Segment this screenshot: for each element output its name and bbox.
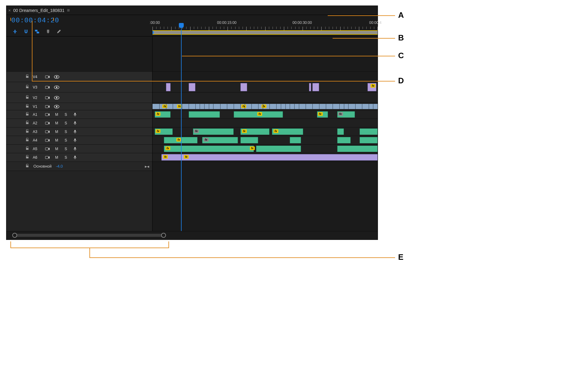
solo-button[interactable]: S bbox=[63, 121, 69, 125]
lane-a6[interactable]: fx fx bbox=[153, 153, 378, 162]
linked-selection-icon[interactable] bbox=[34, 28, 40, 35]
snap-icon[interactable] bbox=[23, 28, 29, 35]
solo-button[interactable]: S bbox=[63, 112, 69, 117]
lane-v2[interactable] bbox=[153, 93, 378, 103]
voiceover-record-icon[interactable] bbox=[72, 147, 78, 151]
track-header-v2[interactable]: V2 bbox=[6, 93, 152, 103]
mute-button[interactable]: M bbox=[54, 155, 60, 160]
mute-button[interactable]: M bbox=[54, 112, 60, 117]
lock-icon[interactable] bbox=[25, 121, 30, 125]
solo-button[interactable]: S bbox=[63, 130, 69, 134]
sync-lock-icon[interactable] bbox=[44, 156, 51, 159]
zoom-scrollbar-track[interactable] bbox=[13, 234, 166, 237]
audio-clip[interactable] bbox=[240, 137, 258, 143]
mute-button[interactable]: M bbox=[54, 147, 60, 151]
audio-clip[interactable]: fx bbox=[240, 128, 270, 135]
audio-clip[interactable] bbox=[337, 146, 378, 152]
lock-icon[interactable] bbox=[25, 74, 30, 79]
lock-icon[interactable] bbox=[25, 164, 29, 169]
sync-lock-icon[interactable] bbox=[44, 113, 51, 116]
audio-clip[interactable]: fx bbox=[234, 111, 283, 118]
toggle-track-output-icon[interactable] bbox=[54, 105, 60, 108]
audio-clip[interactable] bbox=[290, 137, 301, 143]
voiceover-record-icon[interactable] bbox=[72, 112, 78, 117]
audio-clip[interactable]: fx bbox=[317, 111, 328, 118]
master-gain-value[interactable]: -4.0 bbox=[56, 164, 63, 169]
v1-main-track[interactable]: fx fx fx fx bbox=[153, 104, 378, 109]
master-meter-icon[interactable]: ▸◂ bbox=[145, 164, 149, 169]
solo-button[interactable]: S bbox=[63, 138, 69, 142]
audio-clip[interactable] bbox=[256, 146, 301, 152]
music-clip[interactable]: fx fx bbox=[161, 154, 378, 161]
marker-icon[interactable] bbox=[45, 28, 51, 35]
lane-a2[interactable] bbox=[153, 119, 378, 127]
audio-clip[interactable] bbox=[360, 137, 378, 143]
audio-clip[interactable]: fx bbox=[337, 111, 355, 118]
solo-button[interactable]: S bbox=[63, 147, 69, 151]
zoom-handle-left[interactable] bbox=[12, 233, 17, 238]
audio-clip[interactable] bbox=[337, 128, 344, 135]
time-ruler[interactable]: :00:00 00:00:15:00 00:00:30:00 00:00:4 bbox=[153, 15, 378, 36]
voiceover-record-icon[interactable] bbox=[72, 138, 78, 142]
track-header-a4[interactable]: A4 M S bbox=[6, 136, 152, 145]
lane-a3[interactable]: fx fx fx fx bbox=[153, 127, 378, 136]
audio-clip[interactable] bbox=[337, 137, 351, 143]
insert-overwrite-icon[interactable] bbox=[12, 28, 18, 35]
lock-icon[interactable] bbox=[25, 85, 30, 89]
lock-icon[interactable] bbox=[25, 104, 30, 109]
video-clip[interactable] bbox=[312, 83, 319, 91]
master-track-header[interactable]: Основной -4.0 ▸◂ bbox=[6, 162, 152, 171]
lock-icon[interactable] bbox=[25, 138, 30, 142]
zoom-handle-right[interactable] bbox=[161, 233, 166, 238]
sync-lock-icon[interactable] bbox=[44, 121, 51, 125]
audio-clip[interactable]: fx bbox=[155, 128, 173, 135]
lane-a5[interactable]: fxfx bbox=[153, 145, 378, 153]
track-header-a6[interactable]: A6 M S bbox=[6, 153, 152, 162]
track-header-a3[interactable]: A3 M S bbox=[6, 127, 152, 136]
lock-icon[interactable] bbox=[25, 129, 30, 134]
close-tab-button[interactable]: × bbox=[8, 8, 11, 13]
sync-lock-icon[interactable] bbox=[44, 75, 51, 79]
mute-button[interactable]: M bbox=[54, 130, 60, 134]
panel-menu-icon[interactable]: ≡ bbox=[67, 8, 70, 13]
lane-v1[interactable]: fx fx fx fx bbox=[153, 103, 378, 110]
track-header-a1[interactable]: A1 M S bbox=[6, 110, 152, 119]
sync-lock-icon[interactable] bbox=[44, 85, 51, 89]
clip-area[interactable]: fx fx fx fx fx fx fx fx fx fx fx bbox=[153, 36, 378, 231]
lock-icon[interactable] bbox=[25, 112, 30, 117]
sync-lock-icon[interactable] bbox=[44, 130, 51, 134]
lane-v3[interactable]: fx bbox=[153, 82, 378, 93]
video-clip[interactable] bbox=[240, 83, 247, 91]
track-header-v3[interactable]: V3 bbox=[6, 82, 152, 93]
in-point-marker[interactable] bbox=[153, 31, 154, 34]
audio-clip[interactable]: fx bbox=[272, 128, 303, 135]
lock-icon[interactable] bbox=[25, 146, 30, 151]
work-area-bar[interactable] bbox=[153, 30, 378, 35]
voiceover-record-icon[interactable] bbox=[72, 130, 78, 134]
sync-lock-icon[interactable] bbox=[44, 105, 51, 108]
playhead[interactable] bbox=[181, 27, 182, 231]
toggle-track-output-icon[interactable] bbox=[54, 85, 60, 89]
lane-a4[interactable]: fx fx bbox=[153, 136, 378, 145]
audio-clip[interactable]: fxfx bbox=[164, 146, 254, 152]
toggle-track-output-icon[interactable] bbox=[54, 96, 60, 100]
voiceover-record-icon[interactable] bbox=[72, 155, 78, 160]
video-clip[interactable] bbox=[309, 83, 311, 91]
sync-lock-icon[interactable] bbox=[44, 147, 51, 151]
voiceover-record-icon[interactable] bbox=[72, 121, 78, 125]
settings-icon[interactable] bbox=[56, 28, 62, 35]
audio-clip[interactable]: fx bbox=[193, 128, 233, 135]
audio-clip[interactable] bbox=[189, 111, 220, 118]
toggle-track-output-icon[interactable] bbox=[54, 75, 60, 79]
audio-clip[interactable] bbox=[360, 128, 378, 135]
sequence-tab-title[interactable]: 00 Dreamers_Edit_180831 bbox=[13, 8, 64, 13]
video-clip[interactable] bbox=[189, 83, 195, 91]
video-clip[interactable]: fx bbox=[368, 83, 376, 91]
lock-icon[interactable] bbox=[25, 95, 30, 100]
track-header-a2[interactable]: A2 M S bbox=[6, 119, 152, 127]
audio-clip[interactable]: fx bbox=[155, 111, 170, 118]
audio-clip[interactable]: fx bbox=[164, 137, 198, 143]
solo-button[interactable]: S bbox=[63, 155, 69, 160]
mute-button[interactable]: M bbox=[54, 138, 60, 142]
lock-icon[interactable] bbox=[25, 155, 30, 160]
